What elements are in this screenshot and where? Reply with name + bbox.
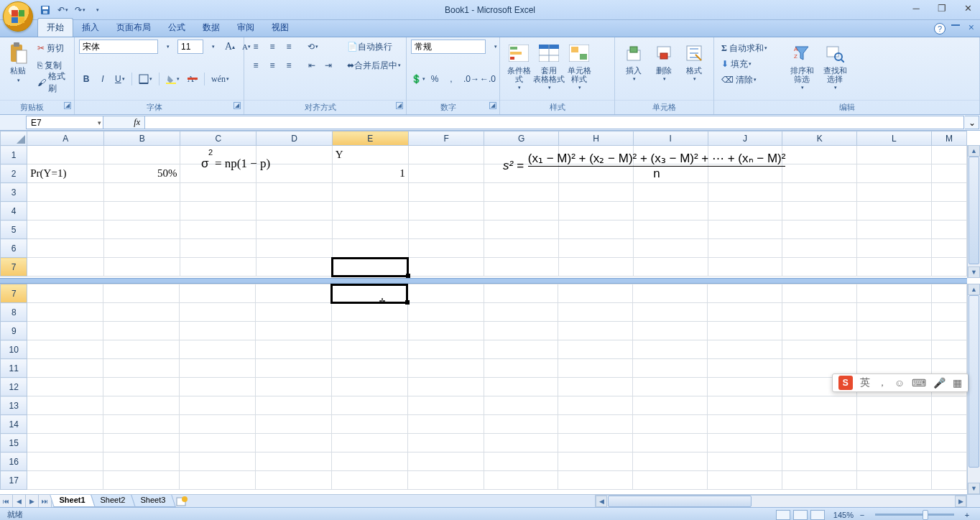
cell-G5[interactable] xyxy=(484,220,559,239)
qat-redo[interactable]: ↷▾ xyxy=(73,4,86,17)
underline-button[interactable]: U▾ xyxy=(112,72,128,86)
window-minimize[interactable]: ─ xyxy=(910,1,923,14)
cell-C5[interactable] xyxy=(180,220,256,239)
tab-nav-next[interactable]: ▶ xyxy=(26,495,39,507)
cell-J12[interactable] xyxy=(708,378,782,396)
cell-M16[interactable] xyxy=(931,452,966,471)
cell-L4[interactable] xyxy=(857,202,932,220)
scroll-right[interactable]: ▶ xyxy=(955,496,966,507)
cell-C10[interactable] xyxy=(180,340,256,359)
cell-K15[interactable] xyxy=(782,434,857,452)
cell-M9[interactable] xyxy=(931,322,966,340)
cell-L9[interactable] xyxy=(856,322,931,340)
cell-L6[interactable] xyxy=(857,239,932,258)
cut-button[interactable]: ✂ 剪切 xyxy=(34,41,75,55)
row-header-10[interactable]: 10 xyxy=(1,340,27,359)
cell-J7[interactable] xyxy=(708,258,782,277)
cell-E3[interactable] xyxy=(332,183,408,202)
cell-F2[interactable] xyxy=(408,164,484,183)
cell-J5[interactable] xyxy=(708,220,782,239)
cell-J8[interactable] xyxy=(708,303,782,322)
cell-H6[interactable] xyxy=(559,239,634,258)
cell-I8[interactable] xyxy=(633,303,708,322)
cell-H7[interactable] xyxy=(559,258,634,277)
cell-G10[interactable] xyxy=(484,340,558,359)
cell-M14[interactable] xyxy=(931,415,966,434)
workbook-minimize[interactable] xyxy=(951,24,960,26)
cell-B7[interactable] xyxy=(104,258,180,277)
formula-input[interactable] xyxy=(145,116,964,129)
cell-A14[interactable] xyxy=(27,415,103,434)
cell-F16[interactable] xyxy=(407,452,484,471)
cell-H16[interactable] xyxy=(558,452,633,471)
ime-toolbar[interactable]: S 英 ， ☺ ⌨ 🎤 ▦ xyxy=(832,373,969,392)
cell-C4[interactable] xyxy=(180,202,256,220)
cell-E1[interactable]: Y xyxy=(332,146,408,164)
cell-D7[interactable] xyxy=(256,258,333,277)
increase-indent[interactable]: ⇥ xyxy=(321,58,336,73)
ime-lang[interactable]: 英 xyxy=(860,376,870,389)
percent-button[interactable]: % xyxy=(427,72,442,86)
cell-C6[interactable] xyxy=(180,239,256,258)
font-name-dropdown[interactable]: ▾ xyxy=(161,40,175,54)
name-box[interactable]: E7▾ xyxy=(26,116,103,129)
cell-E14[interactable] xyxy=(331,415,407,434)
cell-G15[interactable] xyxy=(484,434,558,452)
cell-K7[interactable] xyxy=(782,258,857,277)
qat-undo[interactable]: ↶▾ xyxy=(56,4,69,17)
zoom-in[interactable]: + xyxy=(960,508,974,521)
cell-L3[interactable] xyxy=(857,183,932,202)
cell-A1[interactable] xyxy=(27,146,104,164)
cell-A8[interactable] xyxy=(27,303,103,322)
row-header-16[interactable]: 16 xyxy=(1,452,27,471)
orientation-button[interactable]: ⟲▾ xyxy=(305,40,321,54)
conditional-format-button[interactable]: 条件格式▾ xyxy=(504,40,533,96)
scroll-thumb-bot[interactable] xyxy=(969,295,979,468)
cell-G11[interactable] xyxy=(484,359,558,378)
insert-cells-button[interactable]: 插入▾ xyxy=(619,40,648,96)
cell-F5[interactable] xyxy=(408,220,484,239)
cell-D13[interactable] xyxy=(256,396,332,415)
row-header-7[interactable]: 7 xyxy=(1,258,27,277)
tab-formulas[interactable]: 公式 xyxy=(160,19,194,37)
zoom-level[interactable]: 145% xyxy=(833,511,854,519)
comma-button[interactable]: , xyxy=(444,72,458,86)
row-header-12[interactable]: 12 xyxy=(1,378,27,396)
cell-I6[interactable] xyxy=(633,239,708,258)
cell-M13[interactable] xyxy=(931,396,966,415)
zoom-slider[interactable] xyxy=(875,514,954,516)
cell-K14[interactable] xyxy=(782,415,857,434)
help-icon[interactable]: ? xyxy=(934,23,946,34)
col-header-B[interactable]: B xyxy=(104,131,180,146)
sheet-tab-1[interactable]: Sheet1 xyxy=(50,495,96,507)
cell-E16[interactable] xyxy=(331,452,407,471)
cell-K8[interactable] xyxy=(782,303,857,322)
row-header-14[interactable]: 14 xyxy=(1,415,27,434)
scroll-down-top[interactable]: ▼ xyxy=(968,266,980,278)
ime-menu-icon[interactable]: ▦ xyxy=(953,377,962,389)
cell-L5[interactable] xyxy=(857,220,932,239)
cell-J6[interactable] xyxy=(708,239,782,258)
merge-center-button[interactable]: ⬌ 合并后居中▾ xyxy=(344,58,416,73)
scroll-up-top[interactable]: ▲ xyxy=(968,145,980,157)
cell-C9[interactable] xyxy=(180,322,256,340)
row-header-15[interactable]: 15 xyxy=(1,434,27,452)
col-header-J[interactable]: J xyxy=(708,131,782,146)
col-header-F[interactable]: F xyxy=(408,131,484,146)
cell-K1[interactable] xyxy=(782,146,857,164)
cell-B12[interactable] xyxy=(103,378,180,396)
cell-F7[interactable] xyxy=(408,258,484,277)
cell-A13[interactable] xyxy=(27,396,103,415)
cell-D9[interactable] xyxy=(256,322,332,340)
tab-page-layout[interactable]: 页面布局 xyxy=(108,19,160,37)
italic-button[interactable]: I xyxy=(96,72,110,86)
grow-font[interactable]: A▴ xyxy=(223,40,237,54)
increase-decimal[interactable]: .0→ xyxy=(464,72,479,86)
find-select-button[interactable]: 查找和 选择▾ xyxy=(820,40,849,96)
cell-K6[interactable] xyxy=(782,239,857,258)
cell-C3[interactable] xyxy=(180,183,256,202)
horizontal-split-bar[interactable] xyxy=(0,278,967,284)
row-header-11[interactable]: 11 xyxy=(1,359,27,378)
row-header-1[interactable]: 1 xyxy=(1,146,27,164)
horizontal-scrollbar[interactable]: ◀ ▶ xyxy=(595,495,967,508)
